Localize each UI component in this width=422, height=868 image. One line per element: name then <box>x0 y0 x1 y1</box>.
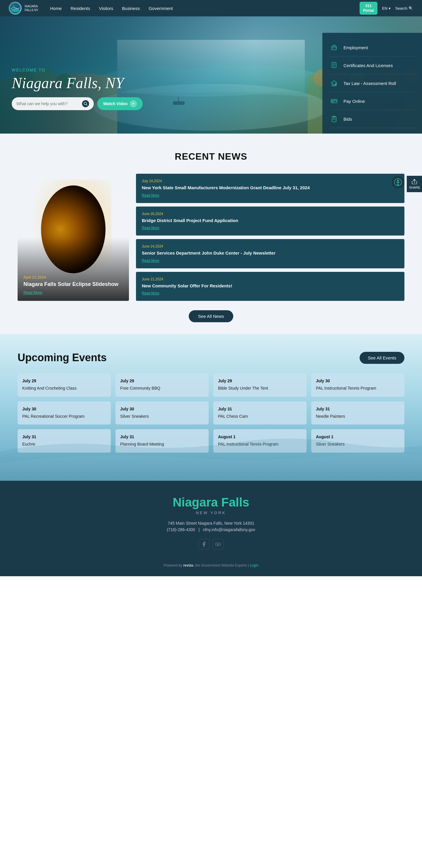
footer-login-link[interactable]: Login <box>250 563 258 567</box>
event-name-6: PAL Chess Cam <box>218 414 302 420</box>
see-all-news-button[interactable]: See All News <box>189 310 233 322</box>
news-card-1[interactable]: June 26,2024 Bridge District Small Proje… <box>136 207 404 236</box>
nav-business[interactable]: Business <box>122 6 140 11</box>
footer: Niagara Falls NEW YORK 745 Main Street N… <box>0 481 422 576</box>
quick-link-bids[interactable]: Bids <box>329 110 415 128</box>
clipboard-icon <box>329 114 339 124</box>
quick-link-info[interactable]: Request For Information <box>329 128 415 133</box>
briefcase-icon <box>329 43 339 52</box>
news-featured-card[interactable]: April 22,2024 Niagara Falls Solar Eclips… <box>18 174 129 301</box>
quick-link-bids-label: Bids <box>343 117 352 122</box>
news-card-title-1: Bridge District Small Project Fund Appli… <box>142 218 398 223</box>
nav-visitors[interactable]: Visitors <box>99 6 113 11</box>
event-card-5[interactable]: July 30 Silver Sneakers <box>116 401 209 425</box>
footer-powered-by: Powered by <box>163 563 182 567</box>
nav-right: 311Portal EN ▾ Search 🔍 <box>360 2 413 14</box>
svg-line-43 <box>398 184 399 185</box>
event-name-7: Needle Painters <box>316 414 400 420</box>
svg-point-1 <box>11 8 19 12</box>
navbar: NIAGARA FALLS NY Home Residents Visitors… <box>0 0 422 17</box>
news-card-title-0: New York State Small Manufacturers Moder… <box>142 185 398 191</box>
credit-card-icon <box>329 96 339 106</box>
watch-video-label: Watch Video <box>103 101 127 106</box>
hero-search-row: Watch Video <box>12 97 143 110</box>
news-card-date-2: June 24,2024 <box>142 244 398 248</box>
logo-circle <box>9 2 22 14</box>
news-card-read-0[interactable]: Read More <box>142 193 159 197</box>
quick-link-employment[interactable]: Employment <box>329 39 415 57</box>
see-all-events-button[interactable]: See All Events <box>360 352 404 364</box>
facebook-icon[interactable] <box>199 539 209 550</box>
event-date-5: July 30 <box>120 407 204 411</box>
footer-bottom: Powered by revize. the Government Websit… <box>12 558 410 567</box>
event-date-2: July 29 <box>218 378 302 383</box>
event-card-7[interactable]: July 31 Needle Painters <box>311 401 404 425</box>
event-name-3: PAL Instructional Tennis Program <box>316 385 400 392</box>
hero-search-box[interactable] <box>12 97 94 110</box>
event-card-2[interactable]: July 29 Bible Study Under The Tent <box>213 373 306 397</box>
language-selector[interactable]: EN ▾ <box>382 6 391 10</box>
nav-government[interactable]: Government <box>149 6 173 11</box>
quick-link-tax[interactable]: Tax Law - Assessment Roll <box>329 74 415 92</box>
featured-news-date: April 22,2024 <box>24 275 123 279</box>
footer-brand: revize. <box>183 563 194 567</box>
event-date-0: July 29 <box>22 378 106 383</box>
news-featured-content: April 22,2024 Niagara Falls Solar Eclips… <box>24 275 123 295</box>
quick-link-employment-label: Employment <box>343 45 368 50</box>
hero-search-input[interactable] <box>17 101 80 106</box>
footer-city-name: Niagara Falls <box>12 495 410 509</box>
hero-search-icon[interactable] <box>82 100 89 107</box>
news-card-title-3: New Community Solar Offer For Residents! <box>142 283 398 289</box>
quick-link-certificates[interactable]: Certificates And Licenses <box>329 57 415 74</box>
quick-link-certificates-label: Certificates And Licenses <box>343 63 393 68</box>
featured-news-read-more[interactable]: Read More <box>24 290 42 295</box>
chevron-down-icon: ▾ <box>389 6 391 10</box>
events-bg-svg <box>0 422 422 481</box>
news-card-read-1[interactable]: Read More <box>142 226 159 230</box>
news-card-read-3[interactable]: Read More <box>142 291 159 295</box>
news-card-read-2[interactable]: Read More <box>142 259 159 263</box>
hero-content: WELCOME TO Niagara Falls, NY Watch Video <box>12 68 143 110</box>
footer-phone: (716)-286-4300 <box>167 527 195 532</box>
site-logo[interactable]: NIAGARA FALLS NY <box>9 2 38 14</box>
news-card-date-0: July 24,2024 <box>142 179 398 183</box>
event-card-0[interactable]: July 29 Knitting And Crocheting Class <box>18 373 111 397</box>
news-card-0[interactable]: July 24,2024 New York State Small Manufa… <box>136 174 404 203</box>
event-name-2: Bible Study Under The Tent <box>218 385 302 392</box>
event-name-0: Knitting And Crocheting Class <box>22 385 106 392</box>
youtube-icon[interactable] <box>213 539 223 550</box>
hero-title: Niagara Falls, NY <box>12 75 143 91</box>
footer-brand-suffix: the Government Website Experts | <box>195 563 249 567</box>
share-button[interactable]: SHARE <box>407 176 422 192</box>
footer-email[interactable]: nfny.info@niagarafallsny.gov <box>203 527 255 532</box>
hero-section: WELCOME TO Niagara Falls, NY Watch Video <box>0 17 422 133</box>
event-card-6[interactable]: July 31 PAL Chess Cam <box>213 401 306 425</box>
share-label: SHARE <box>409 186 420 189</box>
events-section-title: Upcoming Events <box>18 351 107 364</box>
search-button[interactable]: Search 🔍 <box>395 6 413 10</box>
btn-311-portal[interactable]: 311Portal <box>360 2 378 14</box>
news-grid: April 22,2024 Niagara Falls Solar Eclips… <box>18 174 404 301</box>
events-grid-row1: July 29 Knitting And Crocheting Class Ju… <box>18 373 404 397</box>
event-card-1[interactable]: July 29 Free Community BBQ <box>116 373 209 397</box>
footer-state: NEW YORK <box>12 510 410 515</box>
event-date-3: July 30 <box>316 378 400 383</box>
quick-links-panel: Employment Certificates And Licenses <box>322 33 422 133</box>
document-icon <box>329 61 339 70</box>
news-card-2[interactable]: June 24,2024 Senior Services Department … <box>136 239 404 268</box>
quick-link-pay[interactable]: Pay Online <box>329 92 415 110</box>
nav-home[interactable]: Home <box>50 6 62 11</box>
event-card-3[interactable]: July 30 PAL Instructional Tennis Program <box>311 373 404 397</box>
event-card-4[interactable]: July 30 PAL Recreational Soccer Program <box>18 401 111 425</box>
footer-contact: (716)-286-4300 | nfny.info@niagarafallsn… <box>12 527 410 532</box>
svg-line-18 <box>86 104 88 106</box>
play-icon <box>130 100 137 107</box>
nav-residents[interactable]: Residents <box>71 6 90 11</box>
hero-welcome-text: WELCOME TO <box>12 68 143 72</box>
accessibility-button[interactable] <box>392 176 404 189</box>
event-date-1: July 29 <box>120 378 204 383</box>
logo-icon <box>10 3 21 14</box>
watch-video-button[interactable]: Watch Video <box>97 97 143 110</box>
featured-news-title: Niagara Falls Solar Eclipse Slideshow <box>24 281 123 287</box>
news-card-3[interactable]: June 21,2024 New Community Solar Offer F… <box>136 272 404 301</box>
